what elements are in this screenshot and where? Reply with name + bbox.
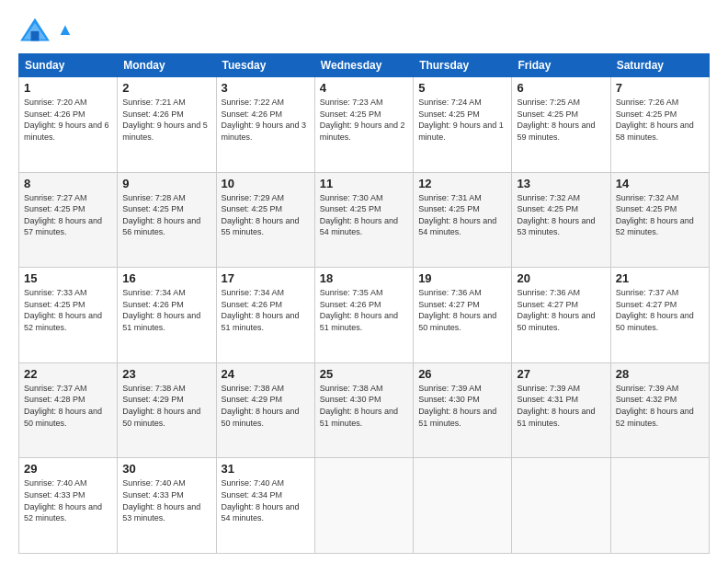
day-number: 15 xyxy=(24,271,112,285)
cell-info: Sunrise: 7:39 AMSunset: 4:32 PMDaylight:… xyxy=(616,384,694,428)
cell-info: Sunrise: 7:32 AMSunset: 4:25 PMDaylight:… xyxy=(517,193,595,237)
calendar-cell: 28Sunrise: 7:39 AMSunset: 4:32 PMDayligh… xyxy=(610,362,709,458)
calendar-week-5: 29Sunrise: 7:40 AMSunset: 4:33 PMDayligh… xyxy=(19,458,710,554)
day-number: 26 xyxy=(418,367,506,381)
calendar-cell: 25Sunrise: 7:38 AMSunset: 4:30 PMDayligh… xyxy=(314,362,413,458)
day-header-friday: Friday xyxy=(512,54,610,77)
day-number: 18 xyxy=(320,271,408,285)
cell-info: Sunrise: 7:20 AMSunset: 4:26 PMDaylight:… xyxy=(24,98,109,142)
day-number: 16 xyxy=(122,271,210,285)
calendar-cell: 4Sunrise: 7:23 AMSunset: 4:25 PMDaylight… xyxy=(314,77,413,173)
day-number: 6 xyxy=(517,81,605,95)
logo-icon-text: ▲ xyxy=(57,20,74,39)
day-number: 9 xyxy=(122,177,210,190)
cell-info: Sunrise: 7:39 AMSunset: 4:30 PMDaylight:… xyxy=(418,384,496,428)
calendar-cell: 9Sunrise: 7:28 AMSunset: 4:25 PMDaylight… xyxy=(118,172,216,268)
calendar-cell: 10Sunrise: 7:29 AMSunset: 4:25 PMDayligh… xyxy=(216,172,314,268)
logo-icon xyxy=(18,17,51,44)
day-number: 17 xyxy=(222,271,310,285)
calendar-cell: 16Sunrise: 7:34 AMSunset: 4:26 PMDayligh… xyxy=(118,268,216,363)
logo: ▲ xyxy=(18,17,74,44)
calendar-week-2: 8Sunrise: 7:27 AMSunset: 4:25 PMDaylight… xyxy=(19,172,710,268)
day-header-thursday: Thursday xyxy=(414,54,512,77)
calendar-cell: 6Sunrise: 7:25 AMSunset: 4:25 PMDaylight… xyxy=(512,77,610,173)
calendar-cell: 19Sunrise: 7:36 AMSunset: 4:27 PMDayligh… xyxy=(414,268,512,363)
day-number: 4 xyxy=(320,81,408,95)
day-number: 7 xyxy=(616,81,704,95)
day-number: 31 xyxy=(222,462,310,476)
day-number: 23 xyxy=(122,367,210,381)
day-number: 30 xyxy=(122,462,210,476)
day-number: 14 xyxy=(616,177,704,190)
calendar-cell xyxy=(414,458,512,554)
calendar-cell: 26Sunrise: 7:39 AMSunset: 4:30 PMDayligh… xyxy=(414,362,512,458)
cell-info: Sunrise: 7:40 AMSunset: 4:34 PMDaylight:… xyxy=(222,478,300,523)
day-number: 24 xyxy=(222,367,310,381)
day-header-saturday: Saturday xyxy=(610,54,709,77)
cell-info: Sunrise: 7:31 AMSunset: 4:25 PMDaylight:… xyxy=(418,193,496,237)
cell-info: Sunrise: 7:37 AMSunset: 4:28 PMDaylight:… xyxy=(24,384,102,428)
cell-info: Sunrise: 7:21 AMSunset: 4:26 PMDaylight:… xyxy=(122,98,208,142)
calendar-cell: 14Sunrise: 7:32 AMSunset: 4:25 PMDayligh… xyxy=(610,172,709,268)
calendar-cell: 8Sunrise: 7:27 AMSunset: 4:25 PMDaylight… xyxy=(19,172,118,268)
header: ▲ xyxy=(18,17,710,44)
day-number: 20 xyxy=(517,271,605,285)
svg-rect-2 xyxy=(31,31,40,41)
calendar-cell: 2Sunrise: 7:21 AMSunset: 4:26 PMDaylight… xyxy=(118,77,216,173)
page: ▲ SundayMondayTuesdayWednesdayThursdayFr… xyxy=(0,0,728,563)
cell-info: Sunrise: 7:40 AMSunset: 4:33 PMDaylight:… xyxy=(24,478,102,523)
calendar-cell: 29Sunrise: 7:40 AMSunset: 4:33 PMDayligh… xyxy=(19,458,118,554)
day-number: 29 xyxy=(24,462,112,476)
cell-info: Sunrise: 7:36 AMSunset: 4:27 PMDaylight:… xyxy=(418,288,496,332)
calendar-cell: 17Sunrise: 7:34 AMSunset: 4:26 PMDayligh… xyxy=(216,268,314,363)
cell-info: Sunrise: 7:27 AMSunset: 4:25 PMDaylight:… xyxy=(24,193,102,237)
calendar-week-1: 1Sunrise: 7:20 AMSunset: 4:26 PMDaylight… xyxy=(19,77,710,173)
cell-info: Sunrise: 7:23 AMSunset: 4:25 PMDaylight:… xyxy=(320,98,405,142)
cell-info: Sunrise: 7:36 AMSunset: 4:27 PMDaylight:… xyxy=(517,288,595,332)
day-number: 27 xyxy=(517,367,605,381)
calendar-cell: 20Sunrise: 7:36 AMSunset: 4:27 PMDayligh… xyxy=(512,268,610,363)
cell-info: Sunrise: 7:29 AMSunset: 4:25 PMDaylight:… xyxy=(222,193,300,237)
cell-info: Sunrise: 7:35 AMSunset: 4:26 PMDaylight:… xyxy=(320,288,398,332)
day-number: 12 xyxy=(418,177,506,190)
day-number: 2 xyxy=(122,81,210,95)
cell-info: Sunrise: 7:34 AMSunset: 4:26 PMDaylight:… xyxy=(222,288,300,332)
cell-info: Sunrise: 7:30 AMSunset: 4:25 PMDaylight:… xyxy=(320,193,398,237)
cell-info: Sunrise: 7:24 AMSunset: 4:25 PMDaylight:… xyxy=(418,98,504,142)
day-number: 28 xyxy=(616,367,704,381)
calendar-cell: 12Sunrise: 7:31 AMSunset: 4:25 PMDayligh… xyxy=(414,172,512,268)
calendar-cell: 23Sunrise: 7:38 AMSunset: 4:29 PMDayligh… xyxy=(118,362,216,458)
calendar-cell: 30Sunrise: 7:40 AMSunset: 4:33 PMDayligh… xyxy=(118,458,216,554)
calendar-cell: 3Sunrise: 7:22 AMSunset: 4:26 PMDaylight… xyxy=(216,77,314,173)
calendar-cell: 13Sunrise: 7:32 AMSunset: 4:25 PMDayligh… xyxy=(512,172,610,268)
day-number: 3 xyxy=(222,81,310,95)
cell-info: Sunrise: 7:38 AMSunset: 4:30 PMDaylight:… xyxy=(320,384,398,428)
day-number: 11 xyxy=(320,177,408,190)
day-header-monday: Monday xyxy=(118,54,216,77)
logo-text: ▲ xyxy=(57,21,74,40)
cell-info: Sunrise: 7:38 AMSunset: 4:29 PMDaylight:… xyxy=(122,384,200,428)
cell-info: Sunrise: 7:34 AMSunset: 4:26 PMDaylight:… xyxy=(122,288,200,332)
cell-info: Sunrise: 7:37 AMSunset: 4:27 PMDaylight:… xyxy=(616,288,694,332)
day-number: 19 xyxy=(418,271,506,285)
calendar-cell: 5Sunrise: 7:24 AMSunset: 4:25 PMDaylight… xyxy=(414,77,512,173)
calendar-cell: 27Sunrise: 7:39 AMSunset: 4:31 PMDayligh… xyxy=(512,362,610,458)
calendar-cell xyxy=(314,458,413,554)
calendar-week-4: 22Sunrise: 7:37 AMSunset: 4:28 PMDayligh… xyxy=(19,362,710,458)
day-header-wednesday: Wednesday xyxy=(314,54,413,77)
calendar-header-row: SundayMondayTuesdayWednesdayThursdayFrid… xyxy=(19,54,710,77)
calendar-body: 1Sunrise: 7:20 AMSunset: 4:26 PMDaylight… xyxy=(19,77,710,554)
calendar-cell xyxy=(610,458,709,554)
cell-info: Sunrise: 7:25 AMSunset: 4:25 PMDaylight:… xyxy=(517,98,595,142)
day-number: 8 xyxy=(24,177,112,190)
day-number: 22 xyxy=(24,367,112,381)
cell-info: Sunrise: 7:38 AMSunset: 4:29 PMDaylight:… xyxy=(222,384,300,428)
cell-info: Sunrise: 7:32 AMSunset: 4:25 PMDaylight:… xyxy=(616,193,694,237)
calendar-cell xyxy=(512,458,610,554)
cell-info: Sunrise: 7:33 AMSunset: 4:25 PMDaylight:… xyxy=(24,288,102,332)
calendar-cell: 15Sunrise: 7:33 AMSunset: 4:25 PMDayligh… xyxy=(19,268,118,363)
cell-info: Sunrise: 7:40 AMSunset: 4:33 PMDaylight:… xyxy=(122,478,200,523)
day-number: 25 xyxy=(320,367,408,381)
calendar-table: SundayMondayTuesdayWednesdayThursdayFrid… xyxy=(18,53,710,554)
calendar-cell: 31Sunrise: 7:40 AMSunset: 4:34 PMDayligh… xyxy=(216,458,314,554)
